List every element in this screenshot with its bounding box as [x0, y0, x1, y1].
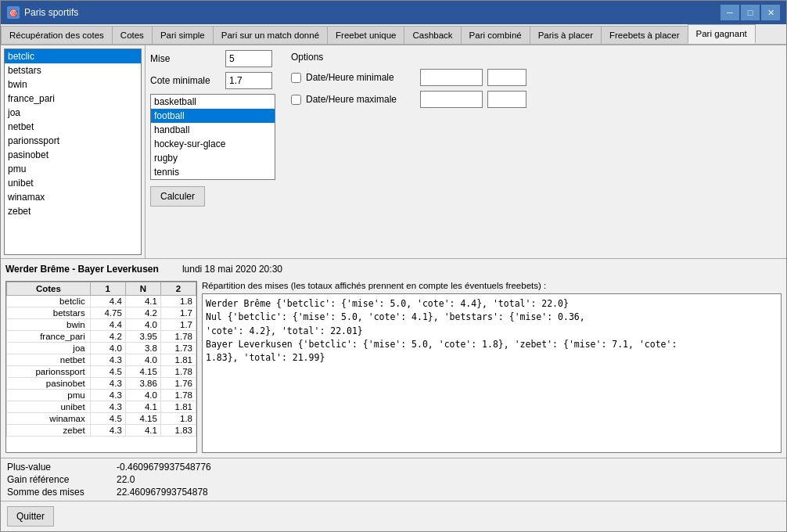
list-item[interactable]: betclic — [5, 49, 141, 63]
list-item[interactable]: football — [151, 109, 275, 123]
table-cell: 4.4 — [90, 319, 125, 331]
title-buttons: ─ □ ✕ — [721, 5, 780, 20]
list-item[interactable]: zebet — [5, 204, 141, 218]
table-cell: 1.81 — [160, 354, 196, 366]
mise-row: Mise — [150, 50, 275, 67]
bottom-bar: Quitter — [1, 501, 786, 531]
form-section: Mise Cote minimale basketballfootballhan… — [150, 50, 275, 180]
results-area: Werder Brême - Bayer Leverkusen lundi 18… — [1, 258, 786, 458]
sports-listbox[interactable]: basketballfootballhandballhockey-sur-gla… — [150, 94, 275, 180]
list-item[interactable]: unibet — [5, 176, 141, 190]
table-cell: bwin — [7, 319, 91, 331]
stat-row: Plus-value-0.4609679937548776 — [7, 462, 780, 473]
list-item[interactable]: france_pari — [5, 92, 141, 106]
tab-freebet[interactable]: Freebet unique — [327, 26, 404, 44]
table-row: pmu4.34.01.78 — [7, 390, 196, 401]
list-item[interactable]: pmu — [5, 162, 141, 176]
table-row: joa4.03.81.73 — [7, 343, 196, 354]
list-item[interactable]: betstars — [5, 63, 141, 77]
list-item[interactable]: handball — [151, 123, 275, 137]
list-item[interactable]: winamax — [5, 190, 141, 204]
list-item[interactable]: parionssport — [5, 134, 141, 148]
table-cell: 4.3 — [90, 354, 125, 366]
table-cell: parionssport — [7, 366, 91, 378]
top-options: Mise Cote minimale basketballfootballhan… — [150, 50, 782, 180]
list-item[interactable]: tennis — [151, 165, 275, 179]
list-item[interactable]: rugby — [151, 151, 275, 165]
maximize-button[interactable]: □ — [741, 5, 760, 20]
tab-pari-simple[interactable]: Pari simple — [152, 26, 214, 44]
table-cell: betstars — [7, 307, 91, 319]
list-item[interactable]: pasinobet — [5, 148, 141, 162]
repartition-line: Bayer Leverkusen {'betclic': {'mise': 5.… — [206, 338, 778, 351]
bookmakers-listbox[interactable]: betclicbetstarsbwinfrance_parijoanetbetp… — [4, 49, 142, 255]
date-heure-minimale-row: Date/Heure minimale — [291, 69, 526, 86]
tab-pari-combine[interactable]: Pari combiné — [461, 26, 530, 44]
table-header: 1 — [90, 282, 125, 296]
table-cell: 1.8 — [160, 413, 196, 425]
table-cell: 4.1 — [125, 296, 160, 307]
list-item[interactable]: hockey-sur-glace — [151, 137, 275, 151]
close-button[interactable]: ✕ — [761, 5, 780, 20]
table-cell: 1.78 — [160, 331, 196, 343]
table-cell: 4.3 — [90, 401, 125, 413]
table-cell: winamax — [7, 413, 91, 425]
table-cell: pasinobet — [7, 378, 91, 390]
tab-pari-match[interactable]: Pari sur un match donné — [213, 26, 328, 44]
list-item[interactable]: netbet — [5, 120, 141, 134]
tab-cotes[interactable]: Cotes — [112, 26, 153, 44]
table-cell: 1.76 — [160, 378, 196, 390]
stat-label: Somme des mises — [7, 487, 109, 498]
table-cell: 3.86 — [125, 378, 160, 390]
table-cell: 4.3 — [90, 378, 125, 390]
date-heure-maximale-input2[interactable] — [487, 91, 526, 108]
stat-value: -0.4609679937548776 — [117, 462, 211, 473]
list-item[interactable]: basketball — [151, 95, 275, 109]
table-row: unibet4.34.11.81 — [7, 401, 196, 413]
list-item[interactable]: bwin — [5, 77, 141, 92]
tab-paris-placer[interactable]: Paris à placer — [530, 26, 602, 44]
cote-minimale-input[interactable] — [225, 72, 272, 89]
table-cell: 4.0 — [90, 343, 125, 354]
stat-row: Gain référence22.0 — [7, 474, 780, 485]
table-row: bwin4.44.01.7 — [7, 319, 196, 331]
tab-pari-gagnant[interactable]: Pari gagnant — [688, 24, 756, 44]
table-cell: joa — [7, 343, 91, 354]
content-wrapper: betclicbetstarsbwinfrance_parijoanetbetp… — [1, 45, 786, 531]
stat-value: 22.460967993754878 — [117, 487, 208, 498]
table-header: 2 — [160, 282, 196, 296]
tab-recuperation[interactable]: Récupération des cotes — [1, 26, 113, 44]
repartition-line: 1.83}, 'total': 21.99} — [206, 351, 778, 365]
repartition-box[interactable]: Werder Brême {'betclic': {'mise': 5.0, '… — [202, 293, 782, 453]
table-cell: unibet — [7, 401, 91, 413]
date-heure-maximale-checkbox[interactable] — [291, 95, 301, 105]
tab-freebets-placer[interactable]: Freebets à placer — [601, 26, 688, 44]
stat-row: Somme des mises22.460967993754878 — [7, 487, 780, 498]
date-heure-minimale-input2[interactable] — [487, 69, 526, 86]
repartition-title: Répartition des mises (les totaux affich… — [202, 281, 782, 290]
tab-cashback[interactable]: Cashback — [404, 26, 461, 44]
mise-input[interactable] — [225, 50, 272, 67]
calculer-button[interactable]: Calculer — [150, 186, 205, 207]
table-cell: 1.81 — [160, 401, 196, 413]
left-panel: betclicbetstarsbwinfrance_parijoanetbetp… — [1, 45, 146, 258]
table-cell: 4.2 — [125, 307, 160, 319]
table-cell: 1.78 — [160, 366, 196, 378]
table-cell: 3.95 — [125, 331, 160, 343]
table-header: Cotes — [7, 282, 91, 296]
list-item[interactable]: joa — [5, 106, 141, 120]
table-cell: 4.0 — [125, 390, 160, 401]
table-cell: 1.73 — [160, 343, 196, 354]
table-cell: 4.15 — [125, 413, 160, 425]
table-cell: 4.75 — [90, 307, 125, 319]
table-row: parionssport4.54.151.78 — [7, 366, 196, 378]
table-row: netbet4.34.01.81 — [7, 354, 196, 366]
cote-minimale-label: Cote minimale — [150, 75, 221, 86]
date-heure-maximale-input1[interactable] — [420, 91, 483, 108]
quit-button[interactable]: Quitter — [7, 506, 54, 527]
date-heure-minimale-label: Date/Heure minimale — [306, 72, 415, 83]
date-heure-minimale-input1[interactable] — [420, 69, 483, 86]
date-heure-minimale-checkbox[interactable] — [291, 73, 301, 83]
minimize-button[interactable]: ─ — [721, 5, 739, 20]
table-cell: 4.3 — [90, 425, 125, 437]
